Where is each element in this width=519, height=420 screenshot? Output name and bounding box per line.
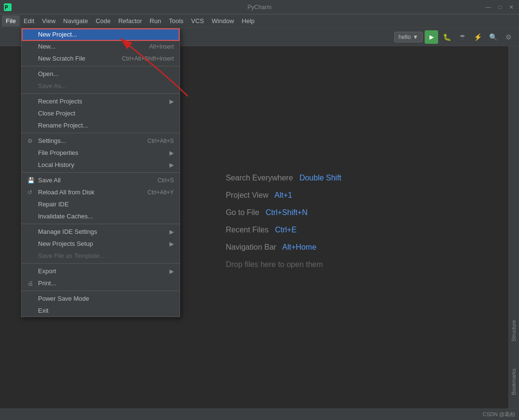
structure-label[interactable]: Structure xyxy=(509,316,519,345)
menu-open[interactable]: Open... xyxy=(22,68,180,80)
menu-run[interactable]: Run xyxy=(146,15,165,26)
app-icon: P xyxy=(4,3,12,11)
menu-new-project[interactable]: New Project... xyxy=(22,28,180,40)
menu-exit[interactable]: Exit xyxy=(22,305,180,317)
svg-text:P: P xyxy=(5,5,8,10)
go-to-file-label: Go to File xyxy=(226,208,259,216)
menu-close-project[interactable]: Close Project xyxy=(22,107,180,119)
menu-code[interactable]: Code xyxy=(92,15,115,26)
right-panel-labels: Structure Bookmarks xyxy=(508,46,519,408)
search-everywhere-row: Search Everywhere Double Shift xyxy=(226,174,341,182)
titlebar-controls: — □ ✕ xyxy=(484,3,515,11)
titlebar-title: PyCharm xyxy=(247,4,272,11)
recent-files-row: Recent Files Ctrl+E xyxy=(226,226,341,234)
menu-local-history[interactable]: Local History ▶ xyxy=(22,159,180,171)
menu-vcs[interactable]: VCS xyxy=(187,15,208,26)
maximize-button[interactable]: □ xyxy=(496,3,504,11)
separator-2 xyxy=(22,93,180,94)
menu-help[interactable]: Help xyxy=(238,15,259,26)
titlebar: P PyCharm — □ ✕ xyxy=(0,0,519,14)
menu-view[interactable]: View xyxy=(38,15,59,26)
menu-save-as: Save As... xyxy=(22,80,180,92)
nav-bar-shortcut: Alt+Home xyxy=(282,243,316,251)
settings-icon: ⚙ xyxy=(27,138,35,144)
run-config-dropdown[interactable]: hello ▼ xyxy=(394,32,423,42)
minimize-button[interactable]: — xyxy=(484,3,492,11)
separator-6 xyxy=(22,263,180,264)
separator-3 xyxy=(22,133,180,133)
settings-button[interactable]: ⚙ xyxy=(502,30,515,44)
menu-new-projects-setup[interactable]: New Projects Setup ▶ xyxy=(22,238,180,250)
save-all-icon: 💾 xyxy=(27,177,35,184)
search-everywhere-label: Search Everywhere xyxy=(226,174,293,182)
go-to-file-shortcut: Ctrl+Shift+N xyxy=(266,208,308,216)
search-everywhere-shortcut: Double Shift xyxy=(299,174,341,182)
profile-button[interactable]: ⚡ xyxy=(471,30,484,44)
menu-save-all[interactable]: 💾 Save All Ctrl+S xyxy=(22,174,180,186)
debug-button[interactable]: 🐛 xyxy=(440,30,454,44)
nav-bar-row: Navigation Bar Alt+Home xyxy=(226,243,341,252)
menu-refactor[interactable]: Refactor xyxy=(115,15,146,26)
print-icon: 🖨 xyxy=(27,280,35,287)
menu-window[interactable]: Window xyxy=(208,15,238,26)
run-button[interactable]: ▶ xyxy=(425,30,438,44)
menu-export[interactable]: Export ▶ xyxy=(22,265,180,277)
menu-file-properties[interactable]: File Properties ▶ xyxy=(22,147,180,159)
menu-print[interactable]: 🖨 Print... xyxy=(22,277,180,289)
separator-7 xyxy=(22,291,180,291)
separator-5 xyxy=(22,224,180,224)
separator-1 xyxy=(22,66,180,66)
recent-files-shortcut: Ctrl+E xyxy=(275,226,297,234)
menu-settings[interactable]: ⚙ Settings... Ctrl+Alt+S xyxy=(22,135,180,147)
recent-files-label: Recent Files xyxy=(226,226,269,234)
menu-reload-all[interactable]: ↺ Reload All from Disk Ctrl+Alt+Y xyxy=(22,186,180,198)
menu-tools[interactable]: Tools xyxy=(165,15,187,26)
bottom-bar: CSDN @葛柏 xyxy=(0,408,519,420)
menu-save-file-template: Save File as Template... xyxy=(22,250,180,262)
menu-file[interactable]: File xyxy=(2,15,20,26)
project-view-shortcut: Alt+1 xyxy=(274,191,292,199)
bookmarks-label[interactable]: Bookmarks xyxy=(509,365,519,399)
coverage-button[interactable]: ☂ xyxy=(455,30,469,44)
menu-invalidate-caches[interactable]: Invalidate Caches... xyxy=(22,210,180,222)
drop-files-text: Drop files here to open them xyxy=(226,260,341,269)
menu-recent-projects[interactable]: Recent Projects ▶ xyxy=(22,95,180,107)
project-view-label: Project View xyxy=(226,191,269,199)
search-everywhere-button[interactable]: 🔍 xyxy=(486,30,500,44)
menubar: File Edit View Navigate Code Refactor Ru… xyxy=(0,14,519,28)
run-config-label: hello xyxy=(399,34,411,40)
file-menu-dropdown: New Project... New... Alt+Insert New Scr… xyxy=(21,28,180,317)
menu-repair-ide[interactable]: Repair IDE xyxy=(22,198,180,210)
menu-edit[interactable]: Edit xyxy=(20,15,38,26)
menu-navigate[interactable]: Navigate xyxy=(59,15,91,26)
dropdown-arrow-icon: ▼ xyxy=(413,34,418,40)
watermark: CSDN @葛柏 xyxy=(483,411,515,418)
menu-rename-project[interactable]: Rename Project... xyxy=(22,119,180,131)
menu-new[interactable]: New... Alt+Insert xyxy=(22,40,180,52)
menu-new-scratch-file[interactable]: New Scratch File Ctrl+Alt+Shift+Insert xyxy=(22,52,180,64)
reload-icon: ↺ xyxy=(27,189,35,196)
titlebar-left: P xyxy=(4,3,13,11)
nav-bar-label: Navigation Bar xyxy=(226,243,276,251)
go-to-file-row: Go to File Ctrl+Shift+N xyxy=(226,208,341,217)
menu-manage-ide-settings[interactable]: Manage IDE Settings ▶ xyxy=(22,226,180,238)
close-button[interactable]: ✕ xyxy=(507,3,515,11)
separator-4 xyxy=(22,172,180,173)
project-view-row: Project View Alt+1 xyxy=(226,191,341,200)
welcome-content: Search Everywhere Double Shift Project V… xyxy=(226,174,341,269)
menu-power-save-mode[interactable]: Power Save Mode xyxy=(22,293,180,305)
